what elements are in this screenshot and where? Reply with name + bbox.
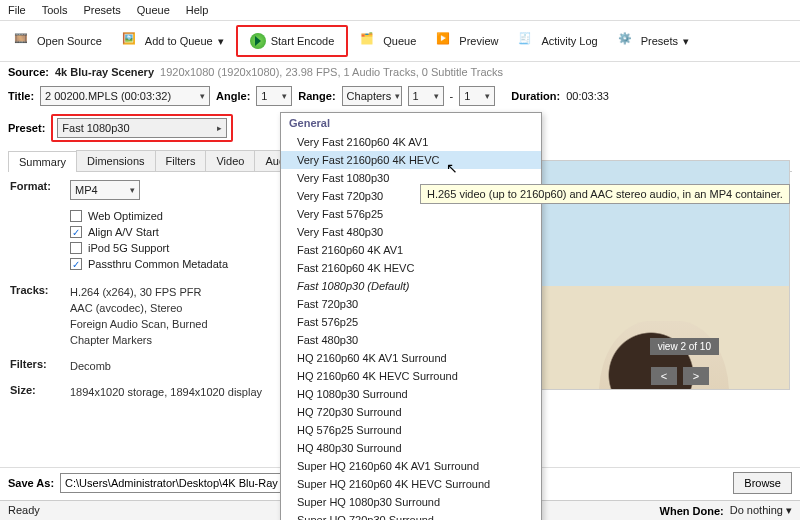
format-select[interactable]: MP4▾ [70, 180, 140, 200]
title-value: 2 00200.MPLS (00:03:32) [45, 90, 171, 102]
save-as-input[interactable] [60, 473, 290, 493]
preview-next-button[interactable]: > [683, 367, 709, 385]
menu-tools[interactable]: Tools [42, 4, 68, 16]
activity-log-button[interactable]: 🧾 Activity Log [510, 28, 605, 54]
dropdown-header: General [281, 113, 541, 133]
preview-prev-button[interactable]: < [651, 367, 677, 385]
source-meta: 1920x1080 (1920x1080), 23.98 FPS, 1 Audi… [160, 66, 503, 78]
save-as-label: Save As: [8, 477, 54, 489]
preset-option[interactable]: HQ 1080p30 Surround [281, 385, 541, 403]
add-to-queue-button[interactable]: 🖼️ Add to Queue ▾ [114, 28, 232, 54]
queue-icon: 🗂️ [360, 32, 378, 50]
check-align-av[interactable]: ✓Align A/V Start [70, 226, 290, 238]
when-done-label: When Done: [660, 505, 724, 517]
preset-option[interactable]: HQ 2160p60 4K HEVC Surround [281, 367, 541, 385]
preview-counter: view 2 of 10 [650, 338, 719, 355]
preset-option[interactable]: Fast 576p25 [281, 313, 541, 331]
preset-option[interactable]: Fast 2160p60 4K HEVC [281, 259, 541, 277]
tracks-label: Tracks: [10, 284, 70, 348]
status-text: Ready [8, 504, 40, 517]
when-done-value: Do nothing [730, 504, 783, 516]
preset-label: Preset: [8, 122, 45, 134]
check-ipod[interactable]: iPod 5G Support [70, 242, 290, 254]
filters-value: Decomb [70, 358, 290, 374]
preset-option[interactable]: Very Fast 2160p60 4K HEVC [281, 151, 541, 169]
angle-value: 1 [261, 90, 267, 102]
menu-presets[interactable]: Presets [83, 4, 120, 16]
presets-button[interactable]: ⚙️ Presets ▾ [610, 28, 697, 54]
preset-option[interactable]: HQ 576p25 Surround [281, 421, 541, 439]
gear-icon: ⚙️ [618, 32, 636, 50]
preset-option[interactable]: Fast 720p30 [281, 295, 541, 313]
menu-file[interactable]: File [8, 4, 26, 16]
check-web-label: Web Optimized [88, 210, 163, 222]
preset-tooltip: H.265 video (up to 2160p60) and AAC ster… [420, 184, 790, 204]
preset-option[interactable]: HQ 720p30 Surround [281, 403, 541, 421]
format-label: Format: [10, 180, 70, 200]
start-encode-highlight: Start Encode [236, 25, 349, 57]
range-select[interactable]: Chapters▾ [342, 86, 402, 106]
preset-option[interactable]: Super HQ 1080p30 Surround [281, 493, 541, 511]
range-from-select[interactable]: 1▾ [408, 86, 444, 106]
tracks-value: H.264 (x264), 30 FPS PFR AAC (avcodec), … [70, 284, 290, 348]
menu-queue[interactable]: Queue [137, 4, 170, 16]
check-passthru-meta[interactable]: ✓Passthru Common Metadata [70, 258, 290, 270]
tab-dimensions[interactable]: Dimensions [76, 150, 155, 171]
range-from: 1 [413, 90, 419, 102]
preset-option[interactable]: Fast 480p30 [281, 331, 541, 349]
presets-label: Presets [641, 35, 678, 47]
preset-dropdown: General Very Fast 2160p60 4K AV1Very Fas… [280, 112, 542, 520]
title-row: Title: 2 00200.MPLS (00:03:32)▾ Angle: 1… [0, 82, 800, 110]
size-label: Size: [10, 384, 70, 400]
open-source-label: Open Source [37, 35, 102, 47]
start-encode-button[interactable]: Start Encode [242, 29, 343, 53]
preset-option[interactable]: Very Fast 576p25 [281, 205, 541, 223]
image-plus-icon: 🖼️ [122, 32, 140, 50]
range-value: Chapters [347, 90, 392, 102]
filters-label: Filters: [10, 358, 70, 374]
preset-option[interactable]: Very Fast 2160p60 4K AV1 [281, 133, 541, 151]
tab-summary[interactable]: Summary [8, 151, 77, 172]
add-queue-label: Add to Queue [145, 35, 213, 47]
preset-option[interactable]: Super HQ 2160p60 4K AV1 Surround [281, 457, 541, 475]
check-align-label: Align A/V Start [88, 226, 159, 238]
preset-option[interactable]: Fast 1080p30 (Default) [281, 277, 541, 295]
checkbox-icon [70, 242, 82, 254]
duration-value: 00:03:33 [566, 90, 609, 102]
range-label: Range: [298, 90, 335, 102]
range-to-select[interactable]: 1▾ [459, 86, 495, 106]
preset-option[interactable]: Very Fast 480p30 [281, 223, 541, 241]
queue-button[interactable]: 🗂️ Queue [352, 28, 424, 54]
preset-value: Fast 1080p30 [62, 122, 129, 134]
angle-select[interactable]: 1▾ [256, 86, 292, 106]
chevron-down-icon: ▾ [683, 35, 689, 48]
menu-help[interactable]: Help [186, 4, 209, 16]
preset-option[interactable]: HQ 2160p60 4K AV1 Surround [281, 349, 541, 367]
check-web-optimized[interactable]: Web Optimized [70, 210, 290, 222]
source-name: 4k Blu-ray Scenery [55, 66, 154, 78]
preset-highlight: Fast 1080p30▸ [51, 114, 233, 142]
title-select[interactable]: 2 00200.MPLS (00:03:32)▾ [40, 86, 210, 106]
tab-filters[interactable]: Filters [155, 150, 207, 171]
preset-option[interactable]: HQ 480p30 Surround [281, 439, 541, 457]
chevron-down-icon: ▾ [218, 35, 224, 48]
activity-label: Activity Log [541, 35, 597, 47]
duration-label: Duration: [511, 90, 560, 102]
preset-combo[interactable]: Fast 1080p30▸ [57, 118, 227, 138]
preview-label: Preview [459, 35, 498, 47]
checkbox-icon [70, 210, 82, 222]
browse-button[interactable]: Browse [733, 472, 792, 494]
preset-option[interactable]: Super HQ 2160p60 4K HEVC Surround [281, 475, 541, 493]
toolbar: 🎞️ Open Source 🖼️ Add to Queue ▾ Start E… [0, 21, 800, 62]
when-done-select[interactable]: Do nothing ▾ [730, 504, 792, 517]
preview-icon: ▶️ [436, 32, 454, 50]
preset-option[interactable]: Super HQ 720p30 Surround [281, 511, 541, 520]
tab-video[interactable]: Video [205, 150, 255, 171]
open-source-button[interactable]: 🎞️ Open Source [6, 28, 110, 54]
queue-label: Queue [383, 35, 416, 47]
film-icon: 🎞️ [14, 32, 32, 50]
size-value: 1894x1020 storage, 1894x1020 display [70, 384, 290, 400]
play-icon [250, 33, 266, 49]
preview-button[interactable]: ▶️ Preview [428, 28, 506, 54]
preset-option[interactable]: Fast 2160p60 4K AV1 [281, 241, 541, 259]
